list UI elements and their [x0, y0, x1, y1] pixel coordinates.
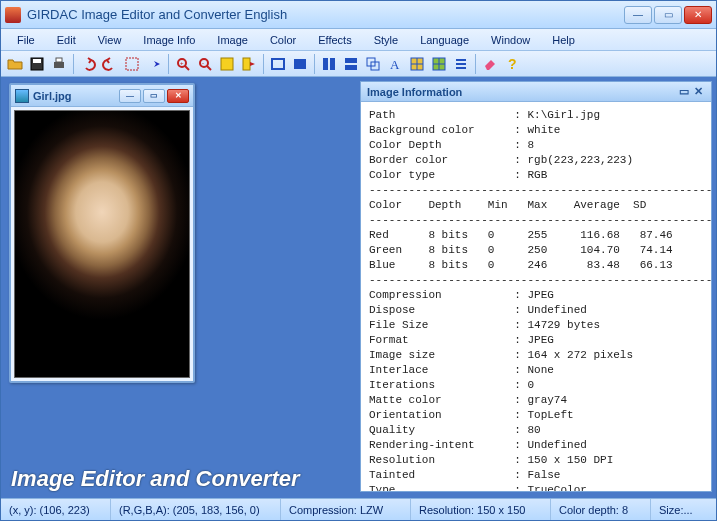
- rect-fill-icon[interactable]: [290, 54, 310, 74]
- image-minimize-button[interactable]: —: [119, 89, 141, 103]
- titlebar[interactable]: GIRDAC Image Editor and Converter Englis…: [1, 1, 716, 29]
- undo-icon[interactable]: [78, 54, 98, 74]
- bars-icon[interactable]: [451, 54, 471, 74]
- svg-rect-13: [272, 59, 284, 69]
- menu-window[interactable]: Window: [481, 32, 540, 48]
- svg-rect-18: [345, 65, 357, 70]
- menu-file[interactable]: File: [7, 32, 45, 48]
- arrow-icon[interactable]: [144, 54, 164, 74]
- tile-h-icon[interactable]: [319, 54, 339, 74]
- rect-icon[interactable]: [268, 54, 288, 74]
- panel-restore-icon[interactable]: ▭: [677, 85, 691, 98]
- zoom-in-icon[interactable]: +: [173, 54, 193, 74]
- svg-rect-15: [323, 58, 328, 70]
- svg-rect-1: [33, 59, 41, 63]
- svg-rect-11: [221, 58, 233, 70]
- image-close-button[interactable]: ✕: [167, 89, 189, 103]
- erase-icon[interactable]: [480, 54, 500, 74]
- status-rgba: (R,G,B,A): (205, 183, 156, 0): [111, 499, 281, 520]
- svg-rect-2: [54, 62, 64, 68]
- image-window-title: Girl.jpg: [33, 90, 115, 102]
- svg-rect-16: [330, 58, 335, 70]
- svg-text:?: ?: [508, 56, 517, 72]
- image-file-icon: [15, 89, 29, 103]
- brand-watermark: Image Editor and Converter: [11, 466, 300, 492]
- text-icon[interactable]: A: [385, 54, 405, 74]
- menu-imageinfo[interactable]: Image Info: [133, 32, 205, 48]
- window-controls: — ▭ ✕: [624, 6, 712, 24]
- svg-rect-12: [243, 58, 250, 70]
- window-title: GIRDAC Image Editor and Converter Englis…: [27, 7, 624, 22]
- svg-rect-4: [126, 58, 138, 70]
- tile-v-icon[interactable]: [341, 54, 361, 74]
- svg-line-9: [207, 66, 211, 70]
- image-information-body: Path : K:\Girl.jpg Background color : wh…: [361, 102, 711, 491]
- svg-rect-17: [345, 58, 357, 63]
- exit-icon[interactable]: [239, 54, 259, 74]
- menu-color[interactable]: Color: [260, 32, 306, 48]
- menu-image[interactable]: Image: [207, 32, 258, 48]
- app-icon: [5, 7, 21, 23]
- minimize-button[interactable]: —: [624, 6, 652, 24]
- image-window-titlebar[interactable]: Girl.jpg — ▭ ✕: [11, 85, 193, 107]
- menu-effects[interactable]: Effects: [308, 32, 361, 48]
- close-button[interactable]: ✕: [684, 6, 712, 24]
- panel-close-icon[interactable]: ✕: [691, 85, 705, 98]
- svg-text:+: +: [180, 60, 184, 66]
- image-information-panel: Image Information ▭ ✕ Path : K:\Girl.jpg…: [360, 81, 712, 492]
- svg-text:-: -: [202, 60, 204, 66]
- grid2-icon[interactable]: [429, 54, 449, 74]
- image-window[interactable]: Girl.jpg — ▭ ✕: [9, 83, 195, 383]
- print-icon[interactable]: [49, 54, 69, 74]
- svg-text:A: A: [390, 57, 400, 72]
- svg-rect-14: [294, 59, 306, 69]
- menu-view[interactable]: View: [88, 32, 132, 48]
- maximize-button[interactable]: ▭: [654, 6, 682, 24]
- menu-help[interactable]: Help: [542, 32, 585, 48]
- grid1-icon[interactable]: [407, 54, 427, 74]
- menu-style[interactable]: Style: [364, 32, 408, 48]
- save-icon[interactable]: [27, 54, 47, 74]
- menu-language[interactable]: Language: [410, 32, 479, 48]
- image-maximize-button[interactable]: ▭: [143, 89, 165, 103]
- redo-icon[interactable]: [100, 54, 120, 74]
- image-information-titlebar[interactable]: Image Information ▭ ✕: [361, 82, 711, 102]
- statusbar: (x, y): (106, 223) (R,G,B,A): (205, 183,…: [1, 498, 716, 520]
- workspace: Girl.jpg — ▭ ✕ Image Editor and Converte…: [1, 77, 716, 498]
- app-window: GIRDAC Image Editor and Converter Englis…: [0, 0, 717, 521]
- photo-content: [14, 110, 190, 378]
- status-xy: (x, y): (106, 223): [1, 499, 111, 520]
- status-colordepth: Color depth: 8: [551, 499, 651, 520]
- status-size: Size:...: [651, 499, 716, 520]
- image-canvas-area[interactable]: [11, 107, 193, 381]
- menu-edit[interactable]: Edit: [47, 32, 86, 48]
- window-yellow-icon[interactable]: [217, 54, 237, 74]
- svg-rect-3: [56, 58, 62, 62]
- status-compression: Compression: LZW: [281, 499, 411, 520]
- cascade-icon[interactable]: [363, 54, 383, 74]
- help-icon[interactable]: ?: [502, 54, 522, 74]
- svg-line-6: [185, 66, 189, 70]
- open-icon[interactable]: [5, 54, 25, 74]
- status-resolution: Resolution: 150 x 150: [411, 499, 551, 520]
- menubar: File Edit View Image Info Image Color Ef…: [1, 29, 716, 51]
- toolbar: + - A ?: [1, 51, 716, 77]
- image-information-title: Image Information: [367, 86, 462, 98]
- zoom-out-icon[interactable]: -: [195, 54, 215, 74]
- select-icon[interactable]: [122, 54, 142, 74]
